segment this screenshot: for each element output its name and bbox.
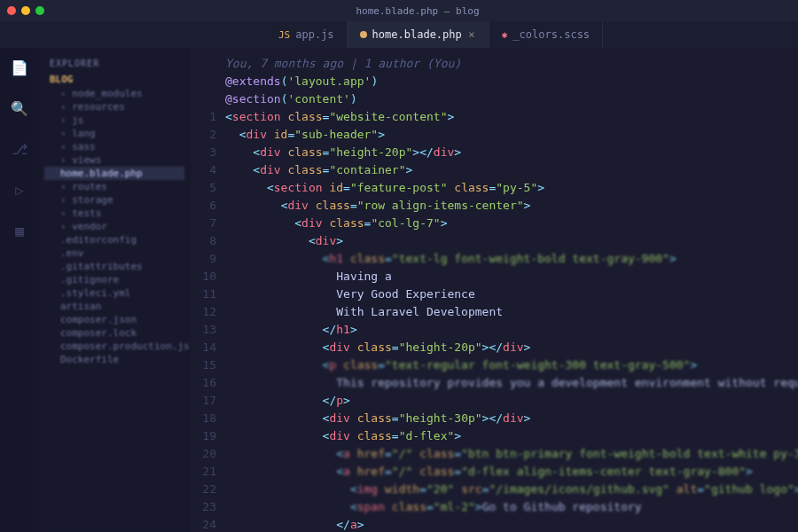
- modified-dot-icon: [360, 31, 367, 38]
- minimize-icon[interactable]: [21, 6, 30, 15]
- code-content[interactable]: You, 7 months ago | 1 author (You)@exten…: [225, 48, 798, 532]
- tree-item[interactable]: › lang: [44, 127, 184, 140]
- tree-item[interactable]: › sass: [44, 140, 184, 153]
- tree-item[interactable]: composer.json: [44, 313, 184, 326]
- tab-label: app.js: [295, 28, 333, 41]
- scss-file-icon: ✱: [502, 29, 508, 41]
- tree-item[interactable]: composer.production.json: [44, 340, 184, 353]
- tree-item[interactable]: .gitattributes: [44, 260, 184, 273]
- window-title: home.blade.php — blog: [44, 5, 791, 17]
- tree-item[interactable]: › vendor: [44, 220, 184, 233]
- traffic-lights: [7, 6, 44, 15]
- tab-label: home.blade.php: [372, 28, 462, 41]
- js-file-icon: JS: [278, 29, 290, 41]
- activity-bar: 📄 🔍 ⎇ ▷ ▦: [0, 48, 39, 532]
- tree-item[interactable]: artisan: [44, 300, 184, 313]
- close-tab-icon[interactable]: ×: [467, 30, 476, 39]
- tree-item[interactable]: Dockerfile: [44, 353, 184, 366]
- tree-item[interactable]: .gitignore: [44, 273, 184, 286]
- file-tree: › node_modules› resources › js › lang › …: [44, 87, 184, 366]
- tree-item[interactable]: › routes: [44, 180, 184, 193]
- tab-label: _colors.scss: [512, 28, 590, 41]
- tree-item[interactable]: › resources: [44, 100, 184, 113]
- search-icon[interactable]: 🔍: [9, 98, 30, 119]
- maximize-icon[interactable]: [35, 6, 44, 15]
- tree-item[interactable]: .editorconfig: [44, 233, 184, 246]
- tab-bar: JS app.js home.blade.php × ✱ _colors.scs…: [0, 21, 798, 48]
- close-icon[interactable]: [7, 6, 16, 15]
- tree-item[interactable]: › node_modules: [44, 87, 184, 100]
- tree-item[interactable]: › tests: [44, 207, 184, 220]
- tree-item[interactable]: › storage: [44, 193, 184, 207]
- tab-home-blade[interactable]: home.blade.php ×: [348, 21, 489, 48]
- sidebar-header: EXPLORER: [44, 55, 184, 72]
- code-editor[interactable]: 1234567891011121314151617181920212223242…: [190, 48, 798, 532]
- explorer-sidebar[interactable]: EXPLORER BLOG › node_modules› resources …: [39, 48, 190, 532]
- editor-window: home.blade.php — blog JS app.js home.bla…: [0, 0, 798, 532]
- tree-item[interactable]: .styleci.yml: [44, 286, 184, 300]
- titlebar[interactable]: home.blade.php — blog: [0, 0, 798, 21]
- tree-item[interactable]: › js: [44, 113, 184, 127]
- tab-app-js[interactable]: JS app.js: [266, 21, 348, 48]
- tree-item[interactable]: .env: [44, 246, 184, 260]
- extensions-icon[interactable]: ▦: [9, 220, 30, 241]
- tree-item[interactable]: home.blade.php: [44, 167, 184, 180]
- source-control-icon[interactable]: ⎇: [9, 138, 30, 160]
- tree-item[interactable]: composer.lock: [44, 326, 184, 340]
- workbench-body: 📄 🔍 ⎇ ▷ ▦ EXPLORER BLOG › node_modules› …: [0, 48, 798, 532]
- line-gutter: 1234567891011121314151617181920212223242…: [190, 48, 225, 532]
- debug-icon[interactable]: ▷: [9, 179, 30, 200]
- tab-colors-scss[interactable]: ✱ _colors.scss: [489, 21, 603, 48]
- sidebar-root-folder[interactable]: BLOG: [44, 72, 184, 87]
- tree-item[interactable]: › views: [44, 153, 184, 167]
- explorer-icon[interactable]: 📄: [9, 57, 30, 78]
